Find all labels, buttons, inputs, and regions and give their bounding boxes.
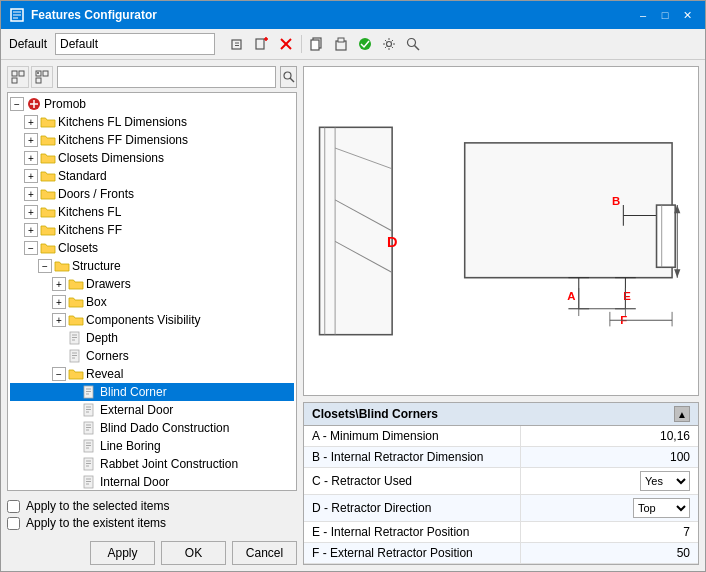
tree-item-closets-dim[interactable]: +Closets Dimensions [10, 149, 294, 167]
prop-select-2[interactable]: YesNo [640, 471, 690, 491]
apply-button[interactable]: Apply [90, 541, 155, 565]
svg-text:D: D [387, 234, 397, 250]
toolbar-new-icon[interactable] [251, 33, 273, 55]
tree-item-external-door[interactable]: External Door [10, 401, 294, 419]
bottom-buttons: Apply OK Cancel [7, 537, 297, 565]
tree-item-box[interactable]: +Box [10, 293, 294, 311]
expand-all-button[interactable] [31, 66, 53, 88]
properties-tbody: A - Minimum Dimension10,16B - Internal R… [304, 426, 698, 564]
prop-value-cell-2[interactable]: YesNo [521, 468, 698, 494]
collapse-all-button[interactable] [7, 66, 29, 88]
toolbar-copy-icon[interactable] [306, 33, 328, 55]
tree-expand-closets-dim[interactable]: + [24, 151, 38, 165]
tree-icon-drawers [68, 276, 84, 292]
apply-selected-checkbox[interactable] [7, 500, 20, 513]
prop-value-cell-3[interactable]: TopBottomLeftRight [521, 495, 698, 521]
toolbar-settings-icon[interactable] [378, 33, 400, 55]
tree-item-promob[interactable]: −Promob [10, 95, 294, 113]
tree-icon-internal-door [82, 474, 98, 490]
tree-expand-kitchens-ff-dim[interactable]: + [24, 133, 38, 147]
tree-icon-external-door [82, 402, 98, 418]
config-input[interactable] [55, 33, 215, 55]
tree-item-doors-fronts[interactable]: +Doors / Fronts [10, 185, 294, 203]
tree-expand-closets[interactable]: − [24, 241, 38, 255]
prop-row-0: A - Minimum Dimension10,16 [304, 426, 698, 447]
tree-item-corners[interactable]: Corners [10, 347, 294, 365]
apply-existent-row: Apply to the existent items [7, 516, 297, 530]
minimize-button[interactable]: – [633, 5, 653, 25]
tree-icon-corners [68, 348, 84, 364]
tree-item-internal-door[interactable]: Internal Door [10, 473, 294, 491]
maximize-button[interactable]: □ [655, 5, 675, 25]
tree-label-blind-dado: Blind Dado Construction [100, 421, 229, 435]
svg-point-16 [359, 38, 371, 50]
svg-text:E: E [623, 290, 631, 302]
tree-item-depth[interactable]: Depth [10, 329, 294, 347]
tree-item-standard[interactable]: +Standard [10, 167, 294, 185]
tree-expand-box[interactable]: + [52, 295, 66, 309]
tree-item-kitchens-fl[interactable]: +Kitchens FL [10, 203, 294, 221]
tree-container[interactable]: −Promob+Kitchens FL Dimensions+Kitchens … [7, 92, 297, 491]
prop-label-1: B - Internal Retractor Dimension [304, 447, 521, 468]
prop-value-1: 100 [670, 450, 690, 464]
tree-item-closets[interactable]: −Closets [10, 239, 294, 257]
tree-item-kitchens-ff-dim[interactable]: +Kitchens FF Dimensions [10, 131, 294, 149]
checkboxes-area: Apply to the selected items Apply to the… [7, 495, 297, 533]
svg-rect-51 [84, 422, 93, 434]
toolbar-edit-icon[interactable] [227, 33, 249, 55]
tree-expand-doors-fronts[interactable]: + [24, 187, 38, 201]
tree-item-structure[interactable]: −Structure [10, 257, 294, 275]
tree-item-kitchens-ff[interactable]: +Kitchens FF [10, 221, 294, 239]
tree-label-closets: Closets [58, 241, 98, 255]
prop-row-2: C - Retractor UsedYesNo [304, 468, 698, 495]
ok-button[interactable]: OK [161, 541, 226, 565]
tree-item-kitchens-fl-dim[interactable]: +Kitchens FL Dimensions [10, 113, 294, 131]
close-button[interactable]: ✕ [677, 5, 697, 25]
tree-expand-structure[interactable]: − [38, 259, 52, 273]
tree-expand-promob[interactable]: − [10, 97, 24, 111]
search-input[interactable] [57, 66, 276, 88]
preview-svg: D B [304, 67, 698, 395]
svg-rect-15 [338, 38, 344, 42]
tree-expand-reveal[interactable]: − [52, 367, 66, 381]
tree-expand-standard[interactable]: + [24, 169, 38, 183]
tree-expand-kitchens-fl[interactable]: + [24, 205, 38, 219]
apply-selected-label: Apply to the selected items [26, 499, 169, 513]
tree-item-line-boring[interactable]: Line Boring [10, 437, 294, 455]
svg-rect-39 [70, 350, 79, 362]
toolbar-paste-icon[interactable] [330, 33, 352, 55]
tree-item-reveal[interactable]: −Reveal [10, 365, 294, 383]
tree-label-blind-corner: Blind Corner [100, 385, 167, 399]
config-bar: Default [1, 29, 705, 60]
svg-line-31 [290, 78, 294, 82]
window-controls: – □ ✕ [633, 5, 697, 25]
toolbar-green-icon[interactable] [354, 33, 376, 55]
toolbar-delete-icon[interactable] [275, 33, 297, 55]
prop-select-3[interactable]: TopBottomLeftRight [633, 498, 690, 518]
tree-item-blind-corner[interactable]: Blind Corner [10, 383, 294, 401]
collapse-button[interactable]: ▲ [674, 406, 690, 422]
tree-expand-components-visibility[interactable]: + [52, 313, 66, 327]
tree-icon-blind-corner [82, 384, 98, 400]
tree-expand-drawers[interactable]: + [52, 277, 66, 291]
prop-value-5: 50 [677, 546, 690, 560]
properties-title: Closets\Blind Corners [312, 407, 438, 421]
tree-item-blind-dado[interactable]: Blind Dado Construction [10, 419, 294, 437]
tree-expand-kitchens-fl-dim[interactable]: + [24, 115, 38, 129]
tree-expand-kitchens-ff[interactable]: + [24, 223, 38, 237]
apply-existent-checkbox[interactable] [7, 517, 20, 530]
tree-item-rabbet-joint[interactable]: Rabbet Joint Construction [10, 455, 294, 473]
toolbar-search-icon[interactable] [402, 33, 424, 55]
search-button[interactable] [280, 66, 297, 88]
config-label: Default [9, 37, 47, 51]
prop-value-cell-1: 100 [521, 447, 698, 467]
tree-item-drawers[interactable]: +Drawers [10, 275, 294, 293]
svg-rect-79 [465, 143, 672, 278]
cancel-button[interactable]: Cancel [232, 541, 297, 565]
svg-rect-20 [12, 71, 17, 76]
prop-label-4: E - Internal Retractor Position [304, 522, 521, 543]
svg-rect-13 [311, 40, 319, 50]
svg-point-17 [387, 42, 392, 47]
tree-item-components-visibility[interactable]: +Components Visibility [10, 311, 294, 329]
tree-label-corners: Corners [86, 349, 129, 363]
